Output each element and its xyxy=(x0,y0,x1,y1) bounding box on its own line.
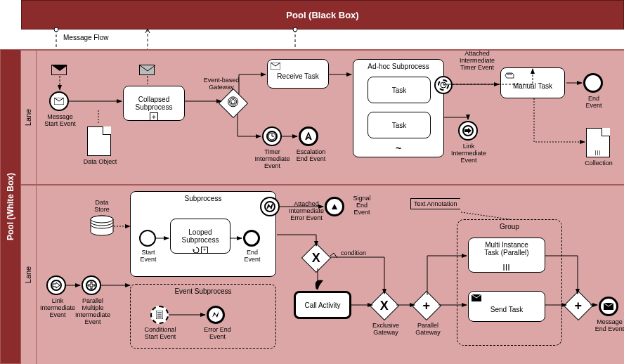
error-end-event xyxy=(207,306,225,324)
parallel-gateway-split: + xyxy=(412,291,441,320)
attached-error-label: Attached Intermediate Error Event xyxy=(285,201,328,222)
text-annotation-label: Text Annotation xyxy=(410,198,460,209)
call-activity: Call Activity xyxy=(294,291,351,319)
envelope-filled-icon xyxy=(139,65,155,75)
pool-whitebox-label: Pool (White Box) xyxy=(6,173,15,240)
adhoc-task-2: Task xyxy=(368,112,431,138)
message-start-event xyxy=(49,91,69,111)
parallel-gateway-join: + xyxy=(564,291,593,320)
multi-instance-marker-icon: ||| xyxy=(594,149,601,155)
pool-blackbox-label: Pool (Black Box) xyxy=(286,10,358,20)
escalation-end-label: Escalation End Event xyxy=(292,149,330,163)
start-event-label: Start Event xyxy=(135,249,162,264)
lane-1-header: Lane xyxy=(21,51,37,184)
manual-task-label: Manual Task xyxy=(501,82,564,90)
attached-timer-event xyxy=(434,76,453,94)
svg-point-24 xyxy=(91,216,113,223)
subprocess-end-event-label: End Event xyxy=(239,249,266,264)
link-intermediate-event xyxy=(458,121,478,141)
lane-2-label: Lane xyxy=(25,266,33,283)
collection: ||| xyxy=(586,128,610,157)
escalation-end-event xyxy=(299,126,318,146)
adhoc-task-1-label: Task xyxy=(392,86,407,94)
triangle-icon xyxy=(330,202,339,211)
adhoc-task-1: Task xyxy=(368,77,431,103)
lane-2: Lane Link Intermediate Event Parallel Mu… xyxy=(20,185,624,364)
escalation-icon xyxy=(304,132,313,141)
condition-label: condition xyxy=(341,250,366,257)
envelope-icon xyxy=(271,63,280,70)
bpmn-diagram: Pool (Black Box) Message Flow Pool (Whit… xyxy=(0,0,624,364)
message-flow-label: Message Flow xyxy=(63,34,108,41)
envelope-filled-icon xyxy=(604,303,613,310)
expand-marker-icon: + xyxy=(150,112,158,121)
loop-marker-icon: + xyxy=(193,247,208,254)
event-subprocess-label: Event Subprocess xyxy=(131,287,275,295)
event-subprocess: Event Subprocess Conditional Start Event… xyxy=(130,284,276,349)
looped-subprocess: Looped Subprocess + xyxy=(170,219,230,254)
lane-1: Lane Message Start Event Data Object Col… xyxy=(20,50,624,185)
error-end-event-label: Error End Event xyxy=(198,327,237,341)
clock-icon xyxy=(268,132,276,141)
event-based-gateway xyxy=(219,89,248,118)
exclusive-gateway-label: Exclusive Gateway xyxy=(369,323,403,337)
data-object-label: Data Object xyxy=(81,159,119,166)
subprocess-label: Subprocess xyxy=(131,195,275,202)
parallel-marker-icon: ||| xyxy=(503,264,511,271)
multi-instance-task-label: Multi Instance Task (Parallel) xyxy=(472,241,542,256)
data-object xyxy=(87,126,111,156)
signal-end-label: Signal End Event xyxy=(348,195,376,216)
adhoc-task-2-label: Task xyxy=(392,122,407,129)
conditional-start-label: Conditional Start Event xyxy=(139,327,181,341)
collection-label: Collection xyxy=(581,160,616,167)
start-event xyxy=(139,230,156,247)
conditional-start-event xyxy=(150,306,169,324)
text-annotation: Text Annotation xyxy=(410,201,460,208)
pool-whitebox-header: Pool (White Box) xyxy=(1,50,20,363)
adhoc-subprocess: Ad-hoc Subprocess Task Task ~ xyxy=(353,59,444,157)
receive-task: Receive Task xyxy=(267,59,329,89)
parallel-multiple-intermediate xyxy=(82,275,101,295)
signal-end-event xyxy=(325,197,344,216)
clock-icon xyxy=(440,82,447,89)
subprocess-end-event xyxy=(243,230,260,247)
adhoc-marker-icon: ~ xyxy=(396,143,401,154)
receive-task-label: Receive Task xyxy=(268,72,328,80)
data-store-label: Data Store xyxy=(91,200,112,214)
exclusive-gateway-1: X xyxy=(301,243,331,273)
message-start-event-label: Message Start Event xyxy=(41,114,79,128)
data-store xyxy=(90,215,114,236)
collapsed-subprocess-label: Collapsed Subprocess xyxy=(136,96,173,111)
message-end-event xyxy=(599,297,618,316)
link-intermediate-label: Link Intermediate Event xyxy=(448,143,489,164)
multi-instance-task: Multi Instance Task (Parallel) ||| xyxy=(468,238,545,273)
envelope-filled-icon xyxy=(472,294,481,301)
attached-timer-label: Attached Intermediate Timer Event xyxy=(455,51,499,72)
pool-whitebox: Pool (White Box) Lane Message Start Even… xyxy=(0,49,624,364)
error-icon xyxy=(211,311,221,319)
collapsed-subprocess: Collapsed Subprocess + xyxy=(123,86,185,121)
plus-icon xyxy=(87,281,96,290)
end-event xyxy=(583,73,603,93)
parallel-multiple-intermediate-label: Parallel Multiple Intermediate Event xyxy=(72,298,114,326)
pool-blackbox: Pool (Black Box) xyxy=(21,0,624,30)
hand-icon xyxy=(504,71,515,79)
timer-intermediate-event xyxy=(262,126,282,146)
error-icon xyxy=(266,203,274,210)
send-task-label: Send Task xyxy=(469,306,545,313)
group-label: Group xyxy=(457,223,561,230)
pentagon-icon xyxy=(228,96,239,111)
adhoc-subprocess-label: Ad-hoc Subprocess xyxy=(353,63,443,70)
call-activity-label: Call Activity xyxy=(304,301,340,309)
send-task: Send Task xyxy=(468,291,545,322)
lane-1-label: Lane xyxy=(25,109,33,126)
attached-error-event xyxy=(260,197,280,216)
list-icon xyxy=(156,311,163,319)
svg-marker-7 xyxy=(231,99,235,104)
lane-2-header: Lane xyxy=(21,186,37,364)
manual-task: Manual Task xyxy=(500,67,565,98)
arrow-right-icon xyxy=(464,127,472,134)
link-intermediate-catch xyxy=(46,275,66,295)
parallel-gateway-label: Parallel Gateway xyxy=(411,323,445,337)
looped-subprocess-label: Looped Subprocess xyxy=(182,228,219,244)
